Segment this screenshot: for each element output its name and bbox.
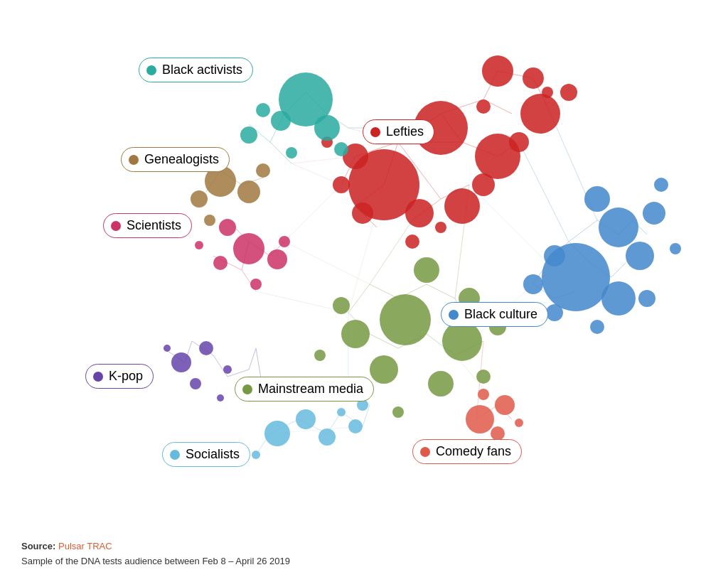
svg-point-165 [318,429,336,446]
svg-point-122 [638,290,655,307]
genealogists-dot [129,155,139,165]
svg-point-121 [590,320,604,334]
svg-point-108 [435,222,446,233]
svg-point-110 [476,99,491,114]
svg-point-145 [237,180,260,203]
svg-point-164 [296,409,316,429]
svg-point-136 [392,406,404,418]
svg-point-171 [466,405,494,433]
lefties-text: Lefties [386,124,424,139]
scientists-dot [111,221,121,231]
svg-point-172 [495,395,515,415]
svg-line-20 [569,220,597,242]
svg-point-132 [333,297,350,314]
svg-point-105 [333,176,350,193]
svg-point-169 [252,451,260,459]
svg-point-139 [271,111,291,131]
svg-line-82 [284,242,370,284]
svg-point-175 [515,419,523,427]
svg-point-151 [219,219,236,236]
svg-point-130 [370,355,398,384]
svg-point-149 [233,233,264,264]
svg-point-150 [267,249,287,269]
svg-point-119 [523,274,543,294]
svg-point-163 [264,421,290,446]
svg-line-89 [284,185,341,242]
comedy-fans-label: Comedy fans [412,439,522,464]
svg-line-43 [370,220,412,284]
svg-point-153 [250,279,262,290]
svg-point-131 [428,371,454,397]
svg-point-103 [560,84,577,101]
source-link: Pulsar TRAC [58,541,112,551]
genealogists-label: Genealogists [121,147,230,172]
svg-point-124 [654,178,668,192]
mainstream-media-dot [242,384,252,394]
svg-point-96 [444,188,480,224]
kpop-dot [93,372,103,382]
black-activists-label: Black activists [139,58,253,82]
svg-point-99 [472,173,495,196]
svg-point-126 [442,321,482,361]
svg-point-115 [601,281,636,316]
svg-point-120 [546,304,563,321]
scientists-text: Scientists [127,218,181,233]
svg-point-152 [213,256,228,270]
svg-line-84 [469,185,547,263]
svg-point-101 [482,55,513,87]
mainstream-media-text: Mainstream media [258,382,363,397]
svg-point-135 [314,350,326,361]
svg-point-157 [199,341,213,355]
svg-point-116 [584,186,610,212]
svg-point-111 [542,87,553,98]
black-culture-dot [449,310,459,320]
svg-line-14 [419,171,441,199]
kpop-text: K-pop [109,369,143,384]
source-label: Source: [21,541,55,551]
footer: Source: Pulsar TRAC Sample of the DNA te… [21,539,290,569]
svg-line-27 [611,263,626,277]
network-graph [0,0,728,526]
black-culture-text: Black culture [464,307,537,322]
svg-point-158 [190,378,201,389]
svg-point-161 [164,345,171,352]
lefties-dot [370,127,380,137]
svg-line-85 [455,355,498,405]
svg-point-154 [279,236,290,247]
svg-point-155 [195,241,203,249]
svg-point-125 [380,294,431,345]
footer-description: Sample of the DNA tests audience between… [21,554,290,569]
svg-point-128 [414,257,439,283]
svg-point-140 [240,126,257,144]
svg-point-160 [217,394,224,402]
svg-point-134 [476,370,491,384]
svg-point-138 [314,115,340,141]
lefties-label: Lefties [363,119,434,144]
svg-point-95 [520,94,560,134]
source-line: Source: Pulsar TRAC [21,539,290,554]
svg-point-113 [599,208,638,247]
black-activists-dot [146,65,156,75]
svg-line-33 [370,284,398,298]
chart-container: Black activists Genealogists Scientists … [0,0,728,526]
comedy-fans-dot [420,447,430,457]
svg-point-142 [286,147,297,158]
svg-point-174 [478,389,489,400]
svg-point-147 [256,163,270,178]
svg-point-117 [643,202,665,225]
kpop-label: K-pop [85,364,154,389]
svg-line-67 [249,348,256,370]
svg-point-102 [523,68,544,89]
svg-point-100 [509,132,529,152]
svg-point-173 [491,426,505,441]
socialists-label: Socialists [162,442,250,467]
svg-point-166 [348,419,363,433]
svg-point-146 [191,190,208,208]
svg-point-156 [171,352,191,372]
black-culture-label: Black culture [441,302,548,327]
black-activists-text: Black activists [162,63,242,77]
svg-point-114 [626,242,654,270]
svg-point-123 [670,243,681,254]
svg-point-143 [256,103,270,117]
svg-point-98 [405,199,434,227]
